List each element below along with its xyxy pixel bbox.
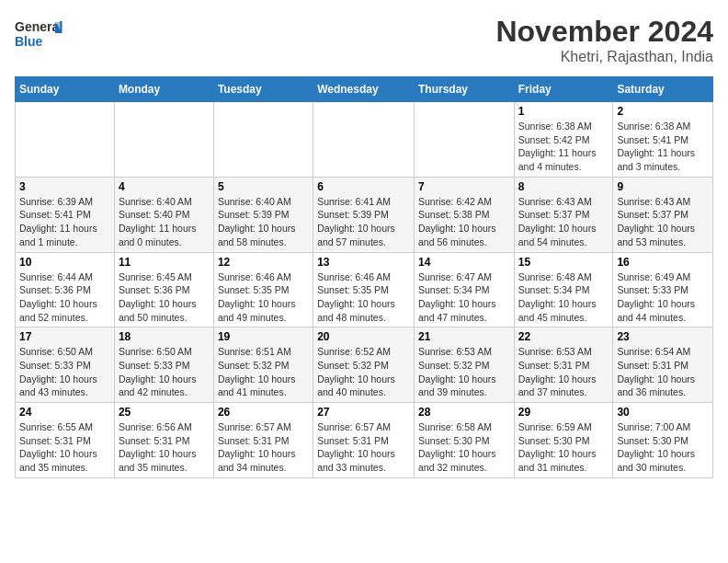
day-number: 6 bbox=[317, 180, 410, 193]
day-number: 27 bbox=[317, 406, 410, 419]
title-block: November 2024 Khetri, Rajasthan, India bbox=[495, 15, 713, 65]
day-number: 9 bbox=[617, 180, 709, 193]
calendar-cell: 26Sunrise: 6:57 AM Sunset: 5:31 PM Dayli… bbox=[213, 403, 313, 478]
weekday-header-friday: Friday bbox=[514, 77, 613, 102]
day-number: 18 bbox=[119, 330, 210, 343]
week-row-1: 1Sunrise: 6:38 AM Sunset: 5:42 PM Daylig… bbox=[16, 102, 713, 178]
weekday-header-wednesday: Wednesday bbox=[313, 77, 415, 102]
day-info: Sunrise: 6:42 AM Sunset: 5:38 PM Dayligh… bbox=[418, 195, 510, 249]
day-info: Sunrise: 6:45 AM Sunset: 5:36 PM Dayligh… bbox=[119, 270, 210, 325]
day-info: Sunrise: 6:44 AM Sunset: 5:36 PM Dayligh… bbox=[19, 270, 110, 325]
calendar-cell bbox=[414, 102, 514, 178]
calendar-cell: 14Sunrise: 6:47 AM Sunset: 5:34 PM Dayli… bbox=[414, 252, 514, 327]
day-info: Sunrise: 6:53 AM Sunset: 5:31 PM Dayligh… bbox=[518, 345, 609, 399]
day-number: 4 bbox=[119, 180, 210, 193]
day-number: 24 bbox=[19, 406, 110, 419]
logo: General Blue bbox=[15, 15, 63, 52]
calendar-cell: 5Sunrise: 6:40 AM Sunset: 5:39 PM Daylig… bbox=[213, 177, 313, 252]
calendar-cell: 19Sunrise: 6:51 AM Sunset: 5:32 PM Dayli… bbox=[213, 327, 313, 403]
day-info: Sunrise: 6:46 AM Sunset: 5:35 PM Dayligh… bbox=[218, 270, 309, 325]
day-info: Sunrise: 7:00 AM Sunset: 5:30 PM Dayligh… bbox=[617, 420, 709, 475]
day-number: 13 bbox=[317, 256, 410, 269]
weekday-header-tuesday: Tuesday bbox=[213, 77, 313, 102]
calendar-cell: 17Sunrise: 6:50 AM Sunset: 5:33 PM Dayli… bbox=[16, 327, 115, 403]
calendar-cell: 29Sunrise: 6:59 AM Sunset: 5:30 PM Dayli… bbox=[514, 403, 613, 478]
day-info: Sunrise: 6:53 AM Sunset: 5:32 PM Dayligh… bbox=[418, 345, 510, 399]
calendar-cell: 9Sunrise: 6:43 AM Sunset: 5:37 PM Daylig… bbox=[613, 177, 713, 252]
day-number: 16 bbox=[617, 256, 709, 269]
calendar-cell: 13Sunrise: 6:46 AM Sunset: 5:35 PM Dayli… bbox=[313, 252, 415, 327]
weekday-header-row: SundayMondayTuesdayWednesdayThursdayFrid… bbox=[16, 77, 713, 102]
day-info: Sunrise: 6:38 AM Sunset: 5:42 PM Dayligh… bbox=[518, 120, 609, 174]
day-number: 3 bbox=[19, 180, 110, 193]
day-info: Sunrise: 6:41 AM Sunset: 5:39 PM Dayligh… bbox=[317, 195, 410, 249]
day-number: 15 bbox=[518, 256, 609, 269]
day-info: Sunrise: 6:50 AM Sunset: 5:33 PM Dayligh… bbox=[19, 345, 110, 399]
day-number: 29 bbox=[518, 406, 609, 419]
day-number: 17 bbox=[19, 330, 110, 343]
day-number: 21 bbox=[418, 330, 510, 343]
calendar-cell: 3Sunrise: 6:39 AM Sunset: 5:41 PM Daylig… bbox=[16, 177, 115, 252]
day-info: Sunrise: 6:38 AM Sunset: 5:41 PM Dayligh… bbox=[617, 120, 709, 174]
day-number: 19 bbox=[218, 330, 309, 343]
day-info: Sunrise: 6:43 AM Sunset: 5:37 PM Dayligh… bbox=[617, 195, 709, 249]
day-number: 11 bbox=[119, 256, 210, 269]
calendar-cell: 11Sunrise: 6:45 AM Sunset: 5:36 PM Dayli… bbox=[114, 252, 213, 327]
day-info: Sunrise: 6:55 AM Sunset: 5:31 PM Dayligh… bbox=[19, 420, 110, 475]
calendar-cell: 12Sunrise: 6:46 AM Sunset: 5:35 PM Dayli… bbox=[213, 252, 313, 327]
calendar-cell: 24Sunrise: 6:55 AM Sunset: 5:31 PM Dayli… bbox=[16, 403, 115, 478]
day-number: 25 bbox=[119, 406, 210, 419]
calendar-cell: 10Sunrise: 6:44 AM Sunset: 5:36 PM Dayli… bbox=[16, 252, 115, 327]
day-info: Sunrise: 6:48 AM Sunset: 5:34 PM Dayligh… bbox=[518, 270, 609, 325]
calendar-cell: 20Sunrise: 6:52 AM Sunset: 5:32 PM Dayli… bbox=[313, 327, 415, 403]
calendar-cell: 30Sunrise: 7:00 AM Sunset: 5:30 PM Dayli… bbox=[613, 403, 713, 478]
day-info: Sunrise: 6:57 AM Sunset: 5:31 PM Dayligh… bbox=[218, 420, 309, 475]
location-title: Khetri, Rajasthan, India bbox=[495, 49, 713, 65]
day-number: 2 bbox=[617, 105, 709, 118]
weekday-header-thursday: Thursday bbox=[414, 77, 514, 102]
week-row-4: 17Sunrise: 6:50 AM Sunset: 5:33 PM Dayli… bbox=[16, 327, 713, 403]
svg-text:Blue: Blue bbox=[15, 34, 43, 49]
weekday-header-saturday: Saturday bbox=[613, 77, 713, 102]
calendar-cell: 28Sunrise: 6:58 AM Sunset: 5:30 PM Dayli… bbox=[414, 403, 514, 478]
weekday-header-sunday: Sunday bbox=[16, 77, 115, 102]
calendar-cell bbox=[313, 102, 415, 178]
calendar-cell: 4Sunrise: 6:40 AM Sunset: 5:40 PM Daylig… bbox=[114, 177, 213, 252]
day-number: 23 bbox=[617, 330, 709, 343]
calendar-cell: 22Sunrise: 6:53 AM Sunset: 5:31 PM Dayli… bbox=[514, 327, 613, 403]
day-info: Sunrise: 6:57 AM Sunset: 5:31 PM Dayligh… bbox=[317, 420, 410, 475]
day-info: Sunrise: 6:49 AM Sunset: 5:33 PM Dayligh… bbox=[617, 270, 709, 325]
day-info: Sunrise: 6:59 AM Sunset: 5:30 PM Dayligh… bbox=[518, 420, 609, 475]
day-info: Sunrise: 6:46 AM Sunset: 5:35 PM Dayligh… bbox=[317, 270, 410, 325]
calendar-cell: 6Sunrise: 6:41 AM Sunset: 5:39 PM Daylig… bbox=[313, 177, 415, 252]
weekday-header-monday: Monday bbox=[114, 77, 213, 102]
calendar-cell: 8Sunrise: 6:43 AM Sunset: 5:37 PM Daylig… bbox=[514, 177, 613, 252]
calendar-cell: 21Sunrise: 6:53 AM Sunset: 5:32 PM Dayli… bbox=[414, 327, 514, 403]
day-number: 26 bbox=[218, 406, 309, 419]
week-row-5: 24Sunrise: 6:55 AM Sunset: 5:31 PM Dayli… bbox=[16, 403, 713, 478]
day-info: Sunrise: 6:40 AM Sunset: 5:40 PM Dayligh… bbox=[119, 195, 210, 249]
day-info: Sunrise: 6:52 AM Sunset: 5:32 PM Dayligh… bbox=[317, 345, 410, 399]
day-info: Sunrise: 6:40 AM Sunset: 5:39 PM Dayligh… bbox=[218, 195, 309, 249]
day-number: 5 bbox=[218, 180, 309, 193]
day-number: 7 bbox=[418, 180, 510, 193]
logo-icon: General Blue bbox=[15, 15, 63, 52]
page-header: General Blue November 2024 Khetri, Rajas… bbox=[15, 15, 713, 65]
day-info: Sunrise: 6:54 AM Sunset: 5:31 PM Dayligh… bbox=[617, 345, 709, 399]
calendar-cell bbox=[213, 102, 313, 178]
day-info: Sunrise: 6:58 AM Sunset: 5:30 PM Dayligh… bbox=[418, 420, 510, 475]
calendar-cell: 2Sunrise: 6:38 AM Sunset: 5:41 PM Daylig… bbox=[613, 102, 713, 178]
week-row-3: 10Sunrise: 6:44 AM Sunset: 5:36 PM Dayli… bbox=[16, 252, 713, 327]
month-title: November 2024 bbox=[495, 15, 713, 49]
day-number: 12 bbox=[218, 256, 309, 269]
day-info: Sunrise: 6:51 AM Sunset: 5:32 PM Dayligh… bbox=[218, 345, 309, 399]
calendar-cell: 27Sunrise: 6:57 AM Sunset: 5:31 PM Dayli… bbox=[313, 403, 415, 478]
day-info: Sunrise: 6:56 AM Sunset: 5:31 PM Dayligh… bbox=[119, 420, 210, 475]
calendar-table: SundayMondayTuesdayWednesdayThursdayFrid… bbox=[15, 76, 713, 478]
calendar-cell: 18Sunrise: 6:50 AM Sunset: 5:33 PM Dayli… bbox=[114, 327, 213, 403]
day-number: 14 bbox=[418, 256, 510, 269]
day-number: 22 bbox=[518, 330, 609, 343]
calendar-cell: 25Sunrise: 6:56 AM Sunset: 5:31 PM Dayli… bbox=[114, 403, 213, 478]
day-number: 8 bbox=[518, 180, 609, 193]
calendar-cell: 23Sunrise: 6:54 AM Sunset: 5:31 PM Dayli… bbox=[613, 327, 713, 403]
